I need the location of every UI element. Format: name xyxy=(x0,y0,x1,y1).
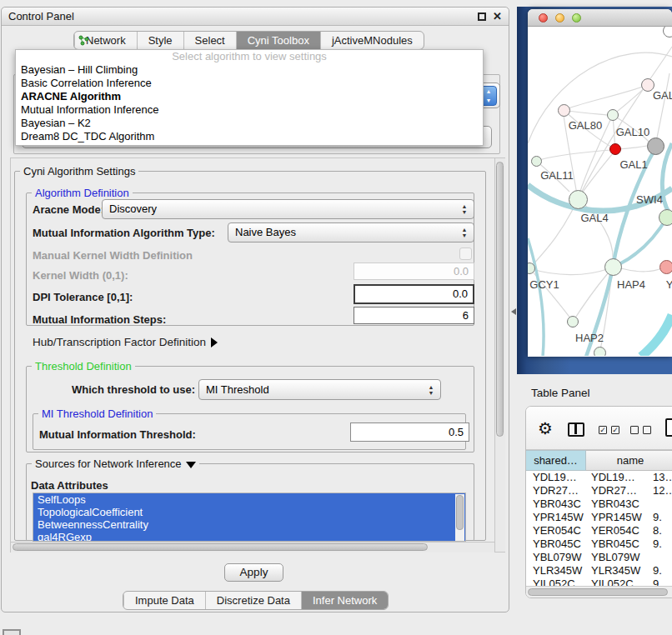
dropdown-item[interactable]: Bayesian – Hill Climbing xyxy=(16,63,483,77)
network-node[interactable] xyxy=(569,190,588,209)
mi-type-combobox[interactable]: Naive Bayes ▲▼ xyxy=(228,222,474,242)
table-row[interactable]: YLR345W YLR345W 9. xyxy=(526,564,672,578)
mi-threshold-field[interactable]: 0.5 xyxy=(350,422,469,442)
mi-steps-field[interactable]: 6 xyxy=(354,307,474,324)
network-node[interactable] xyxy=(594,347,606,357)
table-row[interactable]: YDL19… YDL19… 13… xyxy=(526,471,672,484)
table-panel: ⚙ ✓✓ shared… name YDL19… YDL19… 13… YDR2… xyxy=(525,406,672,598)
hub-definition-label: Hub/Transcription Factor Definition xyxy=(33,336,206,348)
minimize-traffic-light[interactable] xyxy=(555,13,564,22)
dpi-tolerance-field[interactable]: 0.0 xyxy=(354,284,474,304)
float-window-icon[interactable] xyxy=(478,12,486,21)
network-node[interactable] xyxy=(609,143,621,155)
attribute-list-item[interactable]: gal4RGexp xyxy=(33,531,465,542)
close-traffic-light[interactable] xyxy=(539,13,548,22)
data-attributes-list: SelfLoops TopologicalCoefficient Between… xyxy=(33,492,466,542)
manual-kernel-label: Manual Kernel Width Definition xyxy=(33,249,193,262)
vertical-scrollbar[interactable] xyxy=(494,158,505,552)
dropdown-item[interactable]: Bayesian – K2 xyxy=(16,117,483,130)
dropdown-item[interactable]: Mutual Information Inference xyxy=(16,103,483,117)
network-node-label: HAP4 xyxy=(617,278,645,291)
attribute-list-item[interactable]: BetweennessCentrality xyxy=(33,518,465,531)
dpi-tolerance-value: 0.0 xyxy=(453,288,468,300)
table-horizontal-scrollbar[interactable] xyxy=(526,586,672,598)
close-icon[interactable]: ✕ xyxy=(493,9,502,24)
combo-stepper-icon[interactable]: ▲▼ xyxy=(459,200,469,218)
tab[interactable]: Infer Network xyxy=(301,592,388,609)
data-attributes-label: Data Attributes xyxy=(31,479,108,492)
dropdown-item[interactable]: Dream8 DC_TDC Algorithm xyxy=(16,130,483,143)
table-scrollbar-thumb[interactable] xyxy=(528,588,668,596)
dropdown-item-list: Bayesian – Hill Climbing Basic Correlati… xyxy=(16,63,483,143)
combo-stepper-icon[interactable]: ▲▼ xyxy=(426,380,436,399)
table-row[interactable]: YBR045C YBR045C 9. xyxy=(526,538,672,551)
dropdown-item[interactable]: ARACNE Algorithm xyxy=(16,90,483,103)
aracne-mode-combobox[interactable]: Discovery ▲▼ xyxy=(102,199,474,219)
column-header[interactable]: shared… xyxy=(526,450,586,471)
network-node[interactable] xyxy=(659,260,672,274)
table-header-row: shared… name xyxy=(526,450,672,471)
mi-steps-label: Mutual Information Steps: xyxy=(33,313,166,326)
table-row[interactable]: YBL079W YBL079W xyxy=(526,551,672,564)
column-header[interactable]: name xyxy=(586,450,672,471)
attribute-list-item[interactable]: SelfLoops xyxy=(33,493,465,506)
network-node[interactable] xyxy=(607,109,619,121)
table-panel-title: Table Panel xyxy=(531,387,590,399)
dropdown-item[interactable]: Basic Correlation Inference xyxy=(16,77,483,90)
algorithm-dropdown-popup: Select algorithm to view settings Bayesi… xyxy=(15,49,484,146)
select-all-icon[interactable]: ✓✓ xyxy=(599,426,619,434)
deselect-all-icon[interactable] xyxy=(630,426,651,434)
list-scrollbar-thumb[interactable] xyxy=(456,495,464,530)
which-threshold-combobox[interactable]: MI Threshold ▲▼ xyxy=(198,379,441,400)
sources-collapse-header[interactable]: Sources for Network Inference xyxy=(32,458,199,470)
export-table-icon[interactable] xyxy=(665,418,672,437)
horizontal-scrollbar[interactable] xyxy=(11,542,494,552)
network-node[interactable] xyxy=(558,104,570,117)
table-row[interactable]: YER054C YER054C 8. xyxy=(526,524,672,538)
network-node-label: SWI4 xyxy=(636,193,663,206)
network-window-titlebar[interactable] xyxy=(528,9,672,27)
combo-stepper-icon[interactable]: ▲▼ xyxy=(459,223,469,242)
collapsed-panel-icon[interactable] xyxy=(3,629,21,635)
list-scrollbar[interactable] xyxy=(455,494,464,541)
network-node[interactable] xyxy=(604,258,622,276)
kernel-width-field[interactable]: 0.0 xyxy=(354,262,474,280)
tab[interactable]: Cyni Toolbox xyxy=(236,32,320,49)
network-node-label: GAL1 xyxy=(619,158,647,171)
kernel-width-value: 0.0 xyxy=(454,265,469,278)
network-node[interactable] xyxy=(659,209,672,226)
manual-kernel-checkbox[interactable] xyxy=(459,248,472,260)
table-toolbar: ⚙ ✓✓ xyxy=(526,407,672,450)
control-panel-tabs: Network Style Select Cyni Toolbox jActiv… xyxy=(73,31,424,50)
hub-definition-expander[interactable]: Hub/Transcription Factor Definition xyxy=(33,336,218,348)
network-node[interactable] xyxy=(531,156,542,167)
tab[interactable]: Select xyxy=(183,32,236,49)
tab[interactable]: jActiveMNodules xyxy=(320,32,424,49)
vertical-scrollbar-thumb[interactable] xyxy=(496,162,504,437)
sources-title: Sources for Network Inference xyxy=(35,458,182,470)
tab[interactable]: Discretize Data xyxy=(205,592,301,609)
attribute-list-item[interactable]: TopologicalCoefficient xyxy=(33,506,465,518)
horizontal-scrollbar-thumb[interactable] xyxy=(13,543,428,551)
network-node-label: GAL10 xyxy=(616,126,649,138)
column-view-icon[interactable] xyxy=(568,422,584,437)
apply-button[interactable]: Apply xyxy=(224,563,283,582)
network-node-label: Y xyxy=(666,278,672,291)
network-node[interactable] xyxy=(647,138,664,155)
split-pane-collapse-icon[interactable] xyxy=(511,308,516,315)
network-icon xyxy=(78,35,89,46)
network-canvas[interactable]: GALGAL80GAL10GAL1GAL11GAL4SWI4GCY1HAP4YH… xyxy=(528,27,672,356)
settings-gear-icon[interactable]: ⚙ xyxy=(538,420,553,437)
table-row[interactable]: YBR043C YBR043C xyxy=(526,498,672,511)
table-row[interactable]: YPR145W YPR145W 9. xyxy=(526,511,672,524)
network-node[interactable] xyxy=(567,316,579,328)
network-node-label: GAL80 xyxy=(569,119,602,132)
tab[interactable]: Style xyxy=(137,32,183,49)
table-row[interactable]: YDR27… YDR27… 12… xyxy=(526,484,672,498)
zoom-traffic-light[interactable] xyxy=(572,13,581,22)
tab[interactable]: Impute Data xyxy=(123,592,205,609)
aracne-mode-value: Discovery xyxy=(109,202,157,215)
group-title: MI Threshold Definition xyxy=(38,408,156,420)
network-node-label: GAL11 xyxy=(540,169,574,182)
which-threshold-label: Which threshold to use: xyxy=(72,383,195,396)
